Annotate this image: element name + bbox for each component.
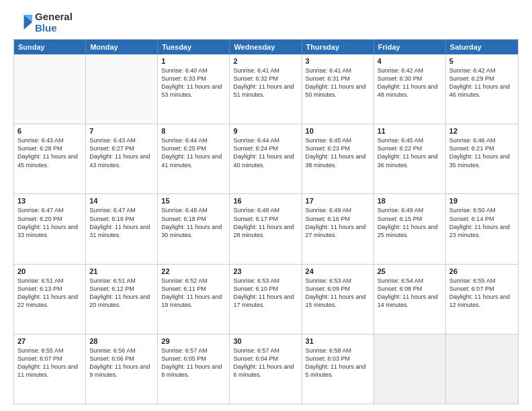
day-number: 3 xyxy=(306,57,370,65)
day-cell-26: 26Sunrise: 6:55 AMSunset: 6:07 PMDayligh… xyxy=(446,265,518,334)
day-info: Sunrise: 6:43 AMSunset: 6:27 PMDaylight:… xyxy=(89,136,154,169)
day-number: 29 xyxy=(161,337,226,345)
empty-cell xyxy=(446,334,518,404)
day-cell-16: 16Sunrise: 6:48 AMSunset: 6:17 PMDayligh… xyxy=(230,194,302,263)
day-info: Sunrise: 6:42 AMSunset: 6:29 PMDaylight:… xyxy=(449,66,515,99)
empty-cell xyxy=(374,334,446,404)
day-info: Sunrise: 6:44 AMSunset: 6:25 PMDaylight:… xyxy=(161,136,226,169)
day-info: Sunrise: 6:57 AMSunset: 6:04 PMDaylight:… xyxy=(233,347,298,379)
calendar-header: SundayMondayTuesdayWednesdayThursdayFrid… xyxy=(14,40,518,54)
day-cell-18: 18Sunrise: 6:49 AMSunset: 6:15 PMDayligh… xyxy=(374,194,446,263)
logo: General Blue xyxy=(13,11,73,34)
day-cell-8: 8Sunrise: 6:44 AMSunset: 6:25 PMDaylight… xyxy=(158,124,230,193)
empty-cell xyxy=(86,54,158,124)
header-day-tuesday: Tuesday xyxy=(158,40,230,54)
day-info: Sunrise: 6:45 AMSunset: 6:23 PMDaylight:… xyxy=(306,136,370,169)
day-info: Sunrise: 6:50 AMSunset: 6:14 PMDaylight:… xyxy=(449,206,515,239)
day-number: 16 xyxy=(233,197,298,205)
day-info: Sunrise: 6:57 AMSunset: 6:05 PMDaylight:… xyxy=(161,347,226,379)
calendar-body: 1Sunrise: 6:40 AMSunset: 6:33 PMDaylight… xyxy=(14,54,518,404)
day-info: Sunrise: 6:52 AMSunset: 6:11 PMDaylight:… xyxy=(161,277,226,310)
day-number: 22 xyxy=(161,267,226,275)
header: General Blue xyxy=(13,11,519,34)
day-number: 11 xyxy=(378,127,442,135)
day-cell-15: 15Sunrise: 6:48 AMSunset: 6:18 PMDayligh… xyxy=(158,194,230,263)
day-cell-19: 19Sunrise: 6:50 AMSunset: 6:14 PMDayligh… xyxy=(446,194,518,263)
day-cell-7: 7Sunrise: 6:43 AMSunset: 6:27 PMDaylight… xyxy=(86,124,158,193)
day-info: Sunrise: 6:54 AMSunset: 6:08 PMDaylight:… xyxy=(378,277,442,310)
day-info: Sunrise: 6:42 AMSunset: 6:30 PMDaylight:… xyxy=(378,66,442,99)
day-info: Sunrise: 6:48 AMSunset: 6:17 PMDaylight:… xyxy=(233,206,298,239)
day-info: Sunrise: 6:58 AMSunset: 6:03 PMDaylight:… xyxy=(306,347,370,379)
day-cell-28: 28Sunrise: 6:56 AMSunset: 6:06 PMDayligh… xyxy=(86,334,158,404)
header-day-wednesday: Wednesday xyxy=(230,40,302,54)
day-number: 19 xyxy=(449,197,515,205)
day-cell-27: 27Sunrise: 6:55 AMSunset: 6:07 PMDayligh… xyxy=(14,334,86,404)
calendar: SundayMondayTuesdayWednesdayThursdayFrid… xyxy=(13,39,519,404)
day-cell-29: 29Sunrise: 6:57 AMSunset: 6:05 PMDayligh… xyxy=(158,334,230,404)
day-info: Sunrise: 6:48 AMSunset: 6:18 PMDaylight:… xyxy=(161,206,226,239)
day-number: 4 xyxy=(378,57,442,65)
day-info: Sunrise: 6:53 AMSunset: 6:09 PMDaylight:… xyxy=(306,277,370,310)
day-info: Sunrise: 6:55 AMSunset: 6:07 PMDaylight:… xyxy=(449,277,515,310)
logo-text: General Blue xyxy=(35,11,73,34)
day-number: 1 xyxy=(161,57,226,65)
day-info: Sunrise: 6:47 AMSunset: 6:19 PMDaylight:… xyxy=(89,206,154,239)
day-cell-21: 21Sunrise: 6:51 AMSunset: 6:12 PMDayligh… xyxy=(86,265,158,334)
day-cell-17: 17Sunrise: 6:49 AMSunset: 6:16 PMDayligh… xyxy=(302,194,374,263)
day-info: Sunrise: 6:49 AMSunset: 6:15 PMDaylight:… xyxy=(378,206,442,239)
day-number: 31 xyxy=(306,337,370,345)
day-number: 10 xyxy=(306,127,370,135)
day-info: Sunrise: 6:49 AMSunset: 6:16 PMDaylight:… xyxy=(306,206,370,239)
day-number: 8 xyxy=(161,127,226,135)
header-day-sunday: Sunday xyxy=(14,40,86,54)
day-info: Sunrise: 6:46 AMSunset: 6:21 PMDaylight:… xyxy=(449,136,515,169)
logo-icon xyxy=(13,13,32,32)
day-number: 5 xyxy=(449,57,515,65)
day-info: Sunrise: 6:44 AMSunset: 6:24 PMDaylight:… xyxy=(233,136,298,169)
day-cell-6: 6Sunrise: 6:43 AMSunset: 6:28 PMDaylight… xyxy=(14,124,86,193)
day-cell-31: 31Sunrise: 6:58 AMSunset: 6:03 PMDayligh… xyxy=(302,334,374,404)
calendar-row-3: 13Sunrise: 6:47 AMSunset: 6:20 PMDayligh… xyxy=(14,193,518,263)
day-cell-2: 2Sunrise: 6:41 AMSunset: 6:32 PMDaylight… xyxy=(230,54,302,124)
day-info: Sunrise: 6:45 AMSunset: 6:22 PMDaylight:… xyxy=(378,136,442,169)
day-number: 15 xyxy=(161,197,226,205)
day-info: Sunrise: 6:51 AMSunset: 6:12 PMDaylight:… xyxy=(89,277,154,310)
day-info: Sunrise: 6:56 AMSunset: 6:06 PMDaylight:… xyxy=(89,347,154,379)
calendar-row-5: 27Sunrise: 6:55 AMSunset: 6:07 PMDayligh… xyxy=(14,334,518,404)
day-info: Sunrise: 6:41 AMSunset: 6:31 PMDaylight:… xyxy=(306,66,370,99)
day-info: Sunrise: 6:41 AMSunset: 6:32 PMDaylight:… xyxy=(233,66,298,99)
day-cell-30: 30Sunrise: 6:57 AMSunset: 6:04 PMDayligh… xyxy=(230,334,302,404)
day-cell-22: 22Sunrise: 6:52 AMSunset: 6:11 PMDayligh… xyxy=(158,265,230,334)
day-cell-25: 25Sunrise: 6:54 AMSunset: 6:08 PMDayligh… xyxy=(374,265,446,334)
day-number: 26 xyxy=(449,267,515,275)
day-info: Sunrise: 6:53 AMSunset: 6:10 PMDaylight:… xyxy=(233,277,298,310)
day-number: 27 xyxy=(17,337,82,345)
day-cell-9: 9Sunrise: 6:44 AMSunset: 6:24 PMDaylight… xyxy=(230,124,302,193)
day-cell-24: 24Sunrise: 6:53 AMSunset: 6:09 PMDayligh… xyxy=(302,265,374,334)
header-day-thursday: Thursday xyxy=(302,40,374,54)
day-cell-20: 20Sunrise: 6:51 AMSunset: 6:13 PMDayligh… xyxy=(14,265,86,334)
day-number: 21 xyxy=(89,267,154,275)
page: General Blue SundayMondayTuesdayWednesda… xyxy=(0,0,532,411)
day-number: 13 xyxy=(17,197,82,205)
day-number: 6 xyxy=(17,127,82,135)
day-cell-1: 1Sunrise: 6:40 AMSunset: 6:33 PMDaylight… xyxy=(158,54,230,124)
day-info: Sunrise: 6:51 AMSunset: 6:13 PMDaylight:… xyxy=(17,277,82,310)
day-info: Sunrise: 6:47 AMSunset: 6:20 PMDaylight:… xyxy=(17,206,82,239)
day-cell-4: 4Sunrise: 6:42 AMSunset: 6:30 PMDaylight… xyxy=(374,54,446,124)
header-day-friday: Friday xyxy=(374,40,446,54)
header-day-monday: Monday xyxy=(86,40,158,54)
day-info: Sunrise: 6:55 AMSunset: 6:07 PMDaylight:… xyxy=(17,347,82,379)
calendar-row-1: 1Sunrise: 6:40 AMSunset: 6:33 PMDaylight… xyxy=(14,54,518,124)
day-cell-3: 3Sunrise: 6:41 AMSunset: 6:31 PMDaylight… xyxy=(302,54,374,124)
day-info: Sunrise: 6:40 AMSunset: 6:33 PMDaylight:… xyxy=(161,66,226,99)
day-cell-11: 11Sunrise: 6:45 AMSunset: 6:22 PMDayligh… xyxy=(374,124,446,193)
day-cell-23: 23Sunrise: 6:53 AMSunset: 6:10 PMDayligh… xyxy=(230,265,302,334)
day-number: 2 xyxy=(233,57,298,65)
day-number: 18 xyxy=(378,197,442,205)
calendar-row-2: 6Sunrise: 6:43 AMSunset: 6:28 PMDaylight… xyxy=(14,124,518,193)
day-number: 25 xyxy=(378,267,442,275)
day-info: Sunrise: 6:43 AMSunset: 6:28 PMDaylight:… xyxy=(17,136,82,169)
day-cell-14: 14Sunrise: 6:47 AMSunset: 6:19 PMDayligh… xyxy=(86,194,158,263)
